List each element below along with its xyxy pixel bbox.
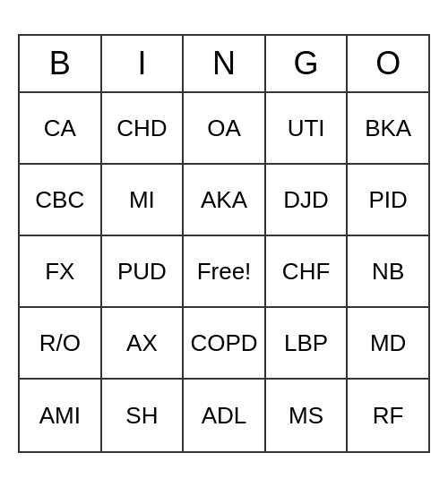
- header-cell: O: [348, 36, 428, 93]
- bingo-row: CBCMIAKADJDPID: [20, 165, 428, 236]
- bingo-cell: NB: [348, 236, 428, 308]
- bingo-cell: PUD: [102, 236, 185, 308]
- bingo-cell: DJD: [266, 165, 349, 236]
- bingo-cell: LBP: [266, 308, 349, 380]
- bingo-row: CACHDOAUTIBKA: [20, 93, 428, 165]
- bingo-row: AMISHADLMSRF: [20, 380, 428, 451]
- bingo-cell: RF: [348, 380, 428, 451]
- bingo-cell: AKA: [184, 165, 266, 236]
- bingo-body: CACHDOAUTIBKACBCMIAKADJDPIDFXPUDFree!CHF…: [20, 93, 428, 451]
- header-cell: B: [20, 36, 102, 93]
- bingo-cell: COPD: [184, 308, 266, 380]
- bingo-cell: OA: [184, 93, 266, 165]
- bingo-cell: MI: [102, 165, 185, 236]
- header-cell: G: [266, 36, 349, 93]
- bingo-header: BINGO: [20, 36, 428, 93]
- bingo-cell: FX: [20, 236, 102, 308]
- bingo-cell: AX: [102, 308, 185, 380]
- bingo-cell: CBC: [20, 165, 102, 236]
- header-cell: I: [102, 36, 185, 93]
- header-cell: N: [184, 36, 266, 93]
- bingo-cell: MS: [266, 380, 349, 451]
- bingo-card: BINGO CACHDOAUTIBKACBCMIAKADJDPIDFXPUDFr…: [18, 34, 430, 453]
- bingo-row: FXPUDFree!CHFNB: [20, 236, 428, 308]
- bingo-cell: CHD: [102, 93, 185, 165]
- bingo-cell: BKA: [348, 93, 428, 165]
- bingo-cell: UTI: [266, 93, 349, 165]
- bingo-cell: PID: [348, 165, 428, 236]
- bingo-cell: SH: [102, 380, 185, 451]
- bingo-cell: R/O: [20, 308, 102, 380]
- bingo-cell: ADL: [184, 380, 266, 451]
- bingo-cell: Free!: [184, 236, 266, 308]
- bingo-cell: CHF: [266, 236, 349, 308]
- bingo-row: R/OAXCOPDLBPMD: [20, 308, 428, 380]
- bingo-cell: AMI: [20, 380, 102, 451]
- bingo-cell: CA: [20, 93, 102, 165]
- bingo-cell: MD: [348, 308, 428, 380]
